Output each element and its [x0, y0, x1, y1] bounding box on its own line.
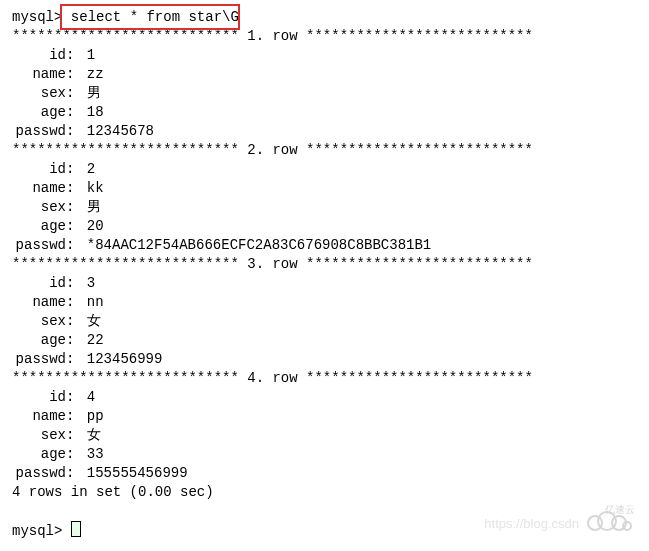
field-value: 12345678 — [78, 123, 154, 139]
colon: : — [66, 446, 78, 462]
row-separator: *************************** 4. row *****… — [12, 369, 637, 388]
result-field: id: 2 — [12, 160, 637, 179]
query-line: mysql> select * from star\G — [12, 8, 637, 27]
colon: : — [66, 237, 78, 253]
colon: : — [66, 47, 78, 63]
field-key: sex — [12, 198, 66, 217]
field-value: 4 — [78, 389, 95, 405]
field-key: sex — [12, 426, 66, 445]
result-field: sex: 女 — [12, 312, 637, 331]
query-text: select * from star\G — [71, 9, 239, 25]
result-field: id: 3 — [12, 274, 637, 293]
field-key: id — [12, 160, 66, 179]
brand-logo-text: 亿速云 — [605, 500, 635, 519]
colon: : — [66, 465, 78, 481]
field-key: name — [12, 407, 66, 426]
colon: : — [66, 161, 78, 177]
result-field: id: 1 — [12, 46, 637, 65]
colon: : — [66, 104, 78, 120]
result-field: sex: 男 — [12, 198, 637, 217]
field-key: passwd — [12, 464, 66, 483]
result-field: passwd: 123456999 — [12, 350, 637, 369]
field-key: name — [12, 179, 66, 198]
blank-line — [12, 502, 637, 521]
field-value: pp — [78, 408, 103, 424]
field-key: id — [12, 274, 66, 293]
field-key: passwd — [12, 236, 66, 255]
field-value: 22 — [78, 332, 103, 348]
colon: : — [66, 218, 78, 234]
result-field: name: zz — [12, 65, 637, 84]
colon: : — [66, 123, 78, 139]
field-value: *84AAC12F54AB666ECFC2A83C676908C8BBC381B… — [78, 237, 431, 253]
colon: : — [66, 408, 78, 424]
next-prompt-line: mysql> — [12, 521, 637, 541]
field-key: age — [12, 445, 66, 464]
row-separator: *************************** 3. row *****… — [12, 255, 637, 274]
colon: : — [66, 85, 78, 101]
field-key: name — [12, 293, 66, 312]
field-value: 3 — [78, 275, 95, 291]
colon: : — [66, 351, 78, 367]
field-key: id — [12, 46, 66, 65]
result-field: name: kk — [12, 179, 637, 198]
result-field: sex: 女 — [12, 426, 637, 445]
colon: : — [66, 294, 78, 310]
field-value: 33 — [78, 446, 103, 462]
field-key: age — [12, 331, 66, 350]
field-key: age — [12, 103, 66, 122]
summary-line: 4 rows in set (0.00 sec) — [12, 483, 637, 502]
result-field: sex: 男 — [12, 84, 637, 103]
field-key: passwd — [12, 350, 66, 369]
row-separator: *************************** 1. row *****… — [12, 27, 637, 46]
result-field: passwd: *84AAC12F54AB666ECFC2A83C676908C… — [12, 236, 637, 255]
field-value: 女 — [78, 313, 100, 329]
result-field: age: 18 — [12, 103, 637, 122]
field-value: 男 — [78, 199, 100, 215]
result-rows: *************************** 1. row *****… — [12, 27, 637, 483]
field-value: kk — [78, 180, 103, 196]
field-key: sex — [12, 312, 66, 331]
field-value: 20 — [78, 218, 103, 234]
result-field: age: 20 — [12, 217, 637, 236]
field-value: zz — [78, 66, 103, 82]
field-key: sex — [12, 84, 66, 103]
field-value: 1 — [78, 47, 95, 63]
colon: : — [66, 389, 78, 405]
colon: : — [66, 66, 78, 82]
field-value: 123456999 — [78, 351, 162, 367]
colon: : — [66, 199, 78, 215]
result-field: age: 22 — [12, 331, 637, 350]
colon: : — [66, 180, 78, 196]
prompt-label: mysql> — [12, 523, 62, 539]
cursor-icon[interactable] — [71, 521, 81, 537]
prompt-label: mysql> — [12, 9, 62, 25]
field-key: age — [12, 217, 66, 236]
result-field: name: nn — [12, 293, 637, 312]
result-field: id: 4 — [12, 388, 637, 407]
colon: : — [66, 313, 78, 329]
result-field: passwd: 155555456999 — [12, 464, 637, 483]
field-key: passwd — [12, 122, 66, 141]
colon: : — [66, 332, 78, 348]
field-value: 女 — [78, 427, 100, 443]
field-value: 男 — [78, 85, 100, 101]
colon: : — [66, 427, 78, 443]
field-value: 155555456999 — [78, 465, 187, 481]
field-value: 18 — [78, 104, 103, 120]
field-key: name — [12, 65, 66, 84]
result-field: name: pp — [12, 407, 637, 426]
result-field: age: 33 — [12, 445, 637, 464]
field-key: id — [12, 388, 66, 407]
field-value: nn — [78, 294, 103, 310]
colon: : — [66, 275, 78, 291]
result-field: passwd: 12345678 — [12, 122, 637, 141]
field-value: 2 — [78, 161, 95, 177]
row-separator: *************************** 2. row *****… — [12, 141, 637, 160]
